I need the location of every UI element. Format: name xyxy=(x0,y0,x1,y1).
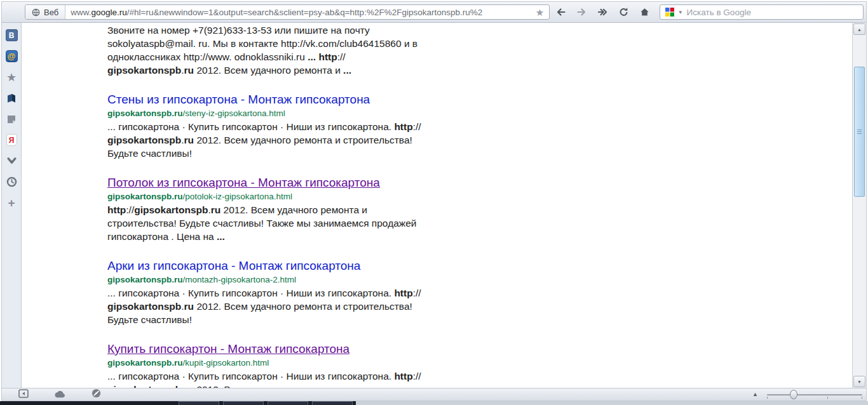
home-button[interactable] xyxy=(635,4,654,20)
fast-forward-button[interactable] xyxy=(593,4,613,20)
snippet-bold-run: http xyxy=(394,288,412,298)
zoom-slider-thumb[interactable] xyxy=(790,390,797,399)
sidebar-panel-strip: В@★Я+ xyxy=(2,23,22,388)
sidebar-item-mailru[interactable]: @ xyxy=(4,50,18,63)
url-text[interactable]: www.google.ru/#hl=ru&newwindow=1&output=… xyxy=(65,8,534,17)
status-bar-left xyxy=(18,388,101,401)
bookmark-star-icon[interactable]: ★ xyxy=(534,8,549,17)
snippet-bold-run: ... xyxy=(343,65,351,76)
result-url-domain: gipsokartonspb.ru xyxy=(107,109,183,118)
result-title-link[interactable]: Стены из гипсокартона - Монтаж гипсокарт… xyxy=(107,93,370,106)
vertical-scrollbar[interactable]: ▲ ▼ xyxy=(852,23,866,388)
back-button[interactable] xyxy=(551,4,571,20)
turbo-icon xyxy=(92,388,101,398)
url-query: /#hl=ru&newwindow=1&output=search&sclien… xyxy=(127,8,482,17)
snippet-bold-run: ... xyxy=(308,51,316,62)
result-url-path: /steny-iz-gipsokartona.html xyxy=(183,109,285,118)
panel-toggle-button[interactable] xyxy=(18,389,29,401)
home-icon xyxy=(639,7,650,17)
snippet-bold-run: ru xyxy=(184,301,194,312)
result-snippet: ... гипсокартона · Купить гипсокартон · … xyxy=(107,120,433,160)
zoom-tick xyxy=(827,397,828,399)
sidebar-item-notes[interactable] xyxy=(4,112,18,126)
search-result: Стены из гипсокартона - Монтаж гипсокарт… xyxy=(107,92,433,160)
site-badge[interactable]: Веб xyxy=(25,5,65,19)
taskbar-button[interactable] xyxy=(179,401,219,405)
taskbar-button[interactable] xyxy=(268,401,308,405)
result-url: gipsokartonspb.ru/montazh-gipsokartona-2… xyxy=(107,274,433,285)
search-box[interactable]: ▼ Искать в Google xyxy=(660,4,864,20)
mailru-icon: @ xyxy=(6,50,18,62)
search-engine-dropdown-icon[interactable]: ▼ xyxy=(678,10,683,15)
snippet-bold-run: gipsokartonspb xyxy=(107,301,181,312)
snippet-bold-run: http xyxy=(107,204,126,215)
search-results-list: Стены из гипсокартона - Монтаж гипсокарт… xyxy=(107,92,433,388)
result-title: Потолок из гипсокартона - Монтаж гипсока… xyxy=(107,175,433,190)
result-url-domain: gipsokartonspb.ru xyxy=(107,358,183,368)
scroll-up-button[interactable]: ▲ xyxy=(853,23,865,35)
zoom-tick xyxy=(862,397,862,399)
fit-width-button[interactable]: ▲ xyxy=(752,392,758,397)
sync-cloud-icon xyxy=(54,390,66,398)
search-result: Арки из гипсокартона - Монтаж гипсокарто… xyxy=(107,258,433,326)
result-url-path: /potolok-iz-gipsokartona.html xyxy=(183,192,293,201)
notes-icon xyxy=(6,114,17,124)
result-title: Арки из гипсокартона - Монтаж гипсокарто… xyxy=(107,258,433,273)
search-result: Потолок из гипсокартона - Монтаж гипсока… xyxy=(107,175,433,243)
snippet-bold-run: gipsokartonspb xyxy=(107,65,181,76)
add-panel-icon: + xyxy=(8,197,15,209)
browser-toolbar: Веб www.google.ru/#hl=ru&newwindow=1&out… xyxy=(2,2,866,23)
result-snippet: ... гипсокартона · Купить гипсокартон · … xyxy=(107,369,433,388)
result-title-link[interactable]: Потолок из гипсокартона - Монтаж гипсока… xyxy=(107,176,380,189)
intro-snippet: Звоните на номер +7(921)633-13-53 или пи… xyxy=(107,23,433,77)
sidebar-item-book[interactable] xyxy=(4,91,18,105)
zoom-tick xyxy=(767,397,768,399)
vk-icon: В xyxy=(6,29,18,41)
search-placeholder: Искать в Google xyxy=(687,8,751,17)
turbo-button[interactable] xyxy=(92,388,101,401)
taskbar-button[interactable] xyxy=(312,401,353,405)
result-url: gipsokartonspb.ru/potolok-iz-gipsokarton… xyxy=(107,191,433,202)
sidebar-item-history[interactable] xyxy=(4,175,18,189)
snippet-run: ... гипсокартона · Купить гипсокартон · … xyxy=(107,121,394,132)
reload-icon xyxy=(618,7,629,17)
book-icon xyxy=(6,93,17,103)
forward-button[interactable] xyxy=(572,4,592,20)
zoom-slider[interactable] xyxy=(767,390,862,400)
sidebar-item-bookmarks[interactable]: ★ xyxy=(4,70,18,84)
bookmarks-icon: ★ xyxy=(6,72,17,83)
taskbar-button[interactable] xyxy=(223,401,264,405)
address-bar[interactable]: Веб www.google.ru/#hl=ru&newwindow=1&out… xyxy=(25,4,550,20)
result-title-link[interactable]: Арки из гипсокартона - Монтаж гипсокарто… xyxy=(107,259,360,272)
result-url-domain: gipsokartonspb.ru xyxy=(107,192,183,201)
sidebar-item-vk[interactable]: В xyxy=(4,29,18,42)
snippet-run: :// xyxy=(413,371,421,382)
reload-button[interactable] xyxy=(614,4,634,20)
sidebar-item-add-panel[interactable]: + xyxy=(4,196,18,209)
result-title: Купить гипсокартон - Монтаж гипсокартона xyxy=(107,342,433,356)
zoom-slider-track[interactable] xyxy=(767,394,862,395)
screen: Веб www.google.ru/#hl=ru&newwindow=1&out… xyxy=(0,0,868,405)
snippet-run: :// xyxy=(337,51,346,62)
result-snippet: http://gipsokartonspb.ru 2012. Всем удач… xyxy=(107,203,433,243)
page-content: Звоните на номер +7(921)633-13-53 или пи… xyxy=(22,23,852,388)
back-icon xyxy=(555,7,566,17)
result-snippet: ... гипсокартона · Купить гипсокартон · … xyxy=(107,286,433,326)
sidebar-item-yandex[interactable]: Я xyxy=(4,133,18,147)
scroll-up-icon: ▲ xyxy=(857,27,862,32)
history-icon xyxy=(6,176,17,187)
snippet-bold-run: gipsokartonspb xyxy=(107,135,181,145)
snippet-run: :// xyxy=(413,288,421,298)
scroll-thumb[interactable] xyxy=(854,67,865,197)
result-title-link[interactable]: Купить гипсокартон - Монтаж гипсокартона xyxy=(107,342,349,355)
status-bar-right: ▲ xyxy=(752,390,862,400)
forward-icon xyxy=(576,7,587,17)
sidebar-item-downloads[interactable] xyxy=(4,154,18,168)
globe-icon xyxy=(32,8,40,17)
result-url-domain: gipsokartonspb.ru xyxy=(107,275,183,284)
sync-button[interactable] xyxy=(54,389,66,401)
panel-toggle-icon xyxy=(18,389,29,398)
result-url: gipsokartonspb.ru/kupit-gipsokarton.html xyxy=(107,357,433,368)
snippet-bold-run: http xyxy=(394,121,412,132)
scroll-down-button[interactable]: ▼ xyxy=(853,376,865,387)
